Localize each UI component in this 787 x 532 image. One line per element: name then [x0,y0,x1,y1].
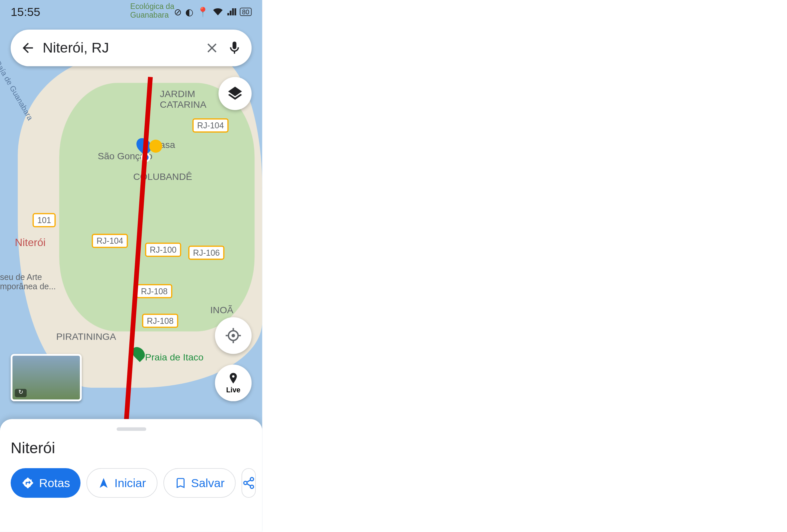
map-label: JARDIMCATARINA [160,89,207,110]
signal-icon [227,8,236,16]
wifi-icon [213,8,223,16]
mic-icon[interactable] [227,40,242,56]
map-city-label: Niterói [15,237,46,249]
start-label: Iniciar [114,476,146,490]
routes-label: Rotas [39,476,70,490]
road-badge: RJ-108 [136,284,172,298]
place-bottom-sheet[interactable]: Niterói Rotas Iniciar Salvar [0,419,262,531]
road-badge: RJ-108 [142,313,178,328]
clear-icon[interactable] [204,40,219,56]
star-pin-icon [149,140,162,153]
save-label: Salvar [191,476,225,490]
search-input[interactable]: Niterói, RJ [43,40,197,56]
map-label: seu de Artemporânea de... [0,272,56,291]
svg-point-4 [251,485,254,488]
layers-button[interactable] [218,77,252,110]
road-badge: RJ-100 [145,243,181,257]
svg-point-2 [251,478,254,481]
back-arrow-icon[interactable] [20,40,36,56]
road-badge: RJ-106 [188,246,225,260]
road-badge: RJ-104 [92,234,128,248]
dnd-icon: ◐ [185,6,194,18]
drag-handle[interactable] [116,427,146,431]
rotation-lock-icon: ⊘ [174,6,182,18]
map-label: COLUBANDÊ [133,172,192,182]
live-label: Live [226,386,240,394]
save-chip[interactable]: Salvar [163,468,236,498]
map-label: INOÃ [210,305,234,315]
road-badge: 101 [33,213,56,227]
streetview-thumbnail[interactable]: ↻ [10,354,82,401]
water-label: Baía de Guanabara [0,59,35,122]
search-bar[interactable]: Niterói, RJ [10,29,252,66]
screen-map-search: Ecológica daGuanabara JARDIMCATARINA São… [0,0,262,531]
sheet-place-title: Niterói [10,439,252,458]
status-bar: 15:55 ⊘ ◐ 📍 80 [0,0,262,24]
start-chip[interactable]: Iniciar [86,468,157,498]
battery-icon: 80 [239,8,252,16]
share-chip[interactable] [242,468,256,498]
status-time: 15:55 [10,5,40,19]
locate-button[interactable] [215,317,252,354]
routes-chip[interactable]: Rotas [10,468,81,498]
live-view-button[interactable]: Live [215,364,252,401]
svg-point-1 [232,334,235,337]
svg-point-3 [244,482,247,485]
map-label: PIRATININGA [56,332,116,342]
location-status-icon: 📍 [197,6,209,18]
location-dot-icon [141,153,150,162]
road-badge: RJ-104 [193,118,229,133]
map-label: Praia de Itaco [145,352,204,363]
